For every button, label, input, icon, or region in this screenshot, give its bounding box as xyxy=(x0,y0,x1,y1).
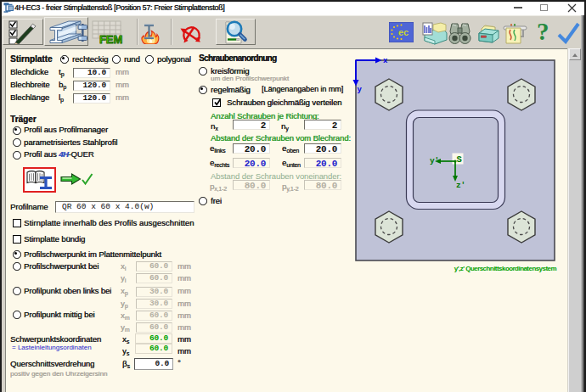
svg-text:S: S xyxy=(457,154,462,165)
svg-text:x: x xyxy=(383,57,388,65)
svg-text:y: y xyxy=(358,86,363,94)
svg-text:z': z' xyxy=(456,181,465,190)
svg-text:y': y' xyxy=(430,156,439,165)
svg-text:ec: ec xyxy=(398,27,409,37)
svg-text:FEM: FEM xyxy=(99,33,122,44)
